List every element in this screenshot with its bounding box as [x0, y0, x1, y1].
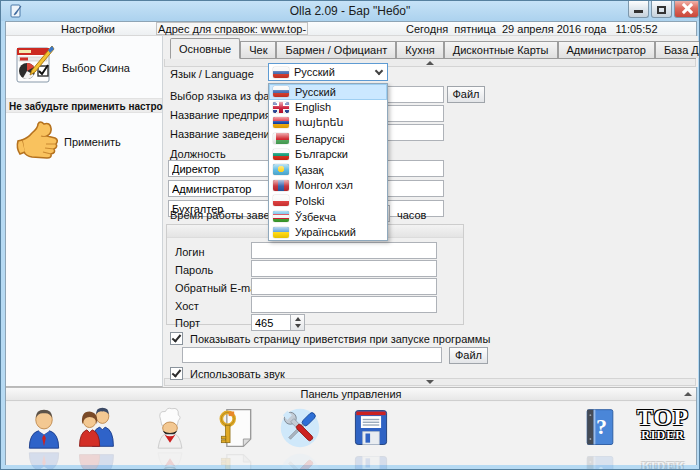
hours-suffix-label: часов: [397, 209, 426, 221]
host-input[interactable]: [251, 296, 437, 313]
question-mark-glyph: ?: [596, 414, 607, 440]
tab-receipt[interactable]: Чек: [240, 41, 276, 58]
chevron-down-icon: [375, 66, 383, 74]
chef-icon: [146, 406, 194, 450]
tab-barman-waiter[interactable]: Бармен / Официант: [276, 41, 396, 58]
control-panel-toolbar: ? ? TOP RIDER TOP: [6, 402, 696, 465]
language-label: Язык / Language: [170, 68, 254, 80]
login-label: Логин: [175, 246, 205, 258]
sidebar-item-apply[interactable]: Применить: [6, 118, 162, 170]
sidebar-item-skin[interactable]: Выбор Скина: [6, 42, 162, 92]
control-panel-title: Панель управления: [300, 388, 401, 400]
scroll-up-button[interactable]: [164, 59, 696, 67]
sound-label: Использовать звук: [190, 368, 285, 380]
language-option-uzbek[interactable]: Ўзбекча: [269, 209, 387, 225]
language-option-english[interactable]: English: [269, 100, 387, 116]
port-spinner[interactable]: [251, 314, 305, 331]
tab-kitchen[interactable]: Кухня: [396, 41, 443, 58]
spin-down-icon: [295, 324, 301, 328]
client-area: Настройки Адрес для справок: www.top-rid…: [5, 21, 697, 465]
spin-up-icon: [295, 317, 301, 321]
language-option-belarusian[interactable]: Беларускі: [269, 131, 387, 147]
collapse-panel-button[interactable]: [684, 392, 692, 396]
floppy-save-icon: [347, 451, 395, 470]
help-toolbar-button[interactable]: ? ?: [576, 406, 624, 464]
language-option-bulgarian[interactable]: Български: [269, 146, 387, 162]
maximize-icon: [657, 6, 666, 14]
license-toolbar-button[interactable]: [212, 406, 260, 464]
language-option-ukrainian[interactable]: Український: [269, 224, 387, 240]
sound-checkbox[interactable]: [170, 367, 183, 380]
chef-icon: [146, 451, 194, 470]
tab-discount-cards[interactable]: Дисконтные Карты: [444, 41, 558, 58]
thumbs-up-icon: [14, 118, 60, 164]
scroll-up-icon: [426, 61, 434, 65]
port-label: Порт: [175, 317, 200, 329]
tab-database[interactable]: База Данных: [655, 41, 700, 58]
save-toolbar-button[interactable]: [347, 406, 395, 464]
welcome-file-button[interactable]: Файл: [449, 347, 488, 364]
sidebar-skin-label: Выбор Скина: [62, 62, 130, 74]
settings-toolbar-button[interactable]: [276, 406, 324, 464]
welcome-page-checkbox[interactable]: [170, 332, 183, 345]
tab-strip: Основные Чек Бармен / Официант Кухня Дис…: [170, 38, 696, 59]
key-document-icon: [212, 451, 260, 470]
minimize-icon: [634, 10, 643, 13]
flag-armenia-icon: [273, 117, 289, 128]
director-icon: [20, 406, 68, 450]
flag-belarus-icon: [273, 133, 289, 144]
welcome-page-label: Показывать страницу приветствия при запу…: [190, 333, 490, 345]
language-dropdown-list: Русский English հայերեն Беларускі Българ…: [268, 83, 388, 241]
maximize-button[interactable]: [651, 1, 672, 18]
control-panel-header[interactable]: Панель управления: [6, 387, 696, 401]
tab-general[interactable]: Основные: [170, 38, 240, 59]
close-icon: [681, 3, 693, 14]
close-button[interactable]: [674, 1, 699, 18]
menu-bar: Настройки Адрес для справок: www.top-rid…: [6, 22, 696, 36]
flag-russia-icon: [273, 86, 289, 97]
welcome-page-input[interactable]: [182, 347, 442, 363]
scroll-down-icon: [426, 380, 434, 384]
kitchen-toolbar-button[interactable]: [146, 406, 194, 464]
reply-email-input[interactable]: [251, 278, 437, 295]
top-rider-logo-art: TOP RIDER: [634, 451, 692, 470]
staff-toolbar-button[interactable]: [72, 406, 120, 464]
host-label: Хост: [175, 300, 199, 312]
director-toolbar-button[interactable]: [20, 406, 68, 464]
minimize-button[interactable]: [628, 1, 649, 18]
language-selected: Русский: [294, 66, 335, 78]
language-option-russian[interactable]: Русский: [269, 84, 387, 100]
combo-dropdown-button[interactable]: [372, 65, 386, 79]
app-window: Olla 2.09 - Бар "Небо" Настройки Адрес д…: [0, 0, 700, 470]
language-file-button[interactable]: Файл: [447, 86, 485, 103]
floppy-save-icon: [347, 406, 395, 450]
flag-bulgaria-icon: [273, 149, 289, 160]
language-combobox[interactable]: Русский: [268, 63, 388, 81]
login-input[interactable]: [251, 242, 437, 259]
check-icon: [172, 332, 182, 342]
date-time-label: Сегодня пятница 29 апреля 2016 года 11:0…: [406, 23, 658, 35]
port-spin-buttons[interactable]: [291, 314, 305, 331]
tools-icon: [276, 406, 324, 450]
skin-chooser-icon: [14, 44, 56, 86]
title-bar[interactable]: Olla 2.09 - Бар "Небо": [1, 1, 699, 21]
apply-notice: Не забудьте применить настройки: [6, 98, 162, 113]
language-option-kazakh[interactable]: Қазақ: [269, 162, 387, 178]
language-option-armenian[interactable]: հայերեն: [269, 115, 387, 131]
flag-kazakhstan-icon: [273, 164, 289, 175]
password-input[interactable]: [251, 260, 437, 277]
port-input[interactable]: [251, 314, 291, 331]
flag-uzbekistan-icon: [273, 211, 289, 222]
position-label: Должность: [170, 148, 226, 160]
top-rider-logo-art: TOP RIDER: [634, 406, 692, 450]
sidebar: Выбор Скина Не забудьте применить настро…: [6, 36, 163, 387]
staff-icon: [72, 451, 120, 470]
language-option-polish[interactable]: Polski: [269, 193, 387, 209]
language-option-mongolian[interactable]: Монгол хэл: [269, 178, 387, 194]
password-label: Пароль: [175, 264, 213, 276]
tab-administrator[interactable]: Администратор: [558, 41, 655, 58]
help-book-icon: ?: [576, 406, 624, 450]
reply-email-label: Обратный E-mail: [175, 282, 261, 294]
menu-settings[interactable]: Настройки: [61, 23, 115, 35]
support-address: Адрес для справок: www.top-rider.ru: [156, 22, 308, 35]
